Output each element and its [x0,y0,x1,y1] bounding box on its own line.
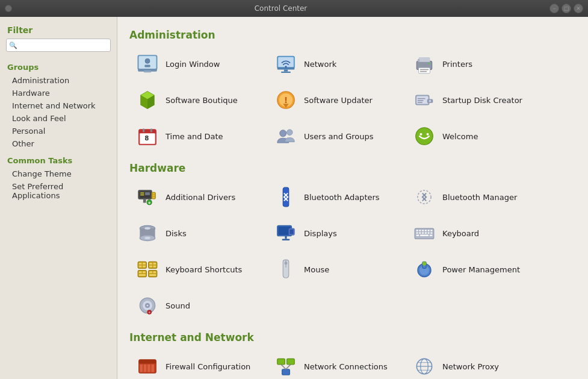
search-input[interactable] [6,39,111,52]
svg-rect-98 [153,271,156,273]
welcome-label: Welcome [442,132,478,141]
sidebar-task-change-theme[interactable]: Change Theme [0,168,117,180]
svg-point-109 [146,304,148,306]
minimize-button[interactable]: – [549,4,559,13]
grid-item-sound[interactable]: + Sound [129,289,268,322]
sidebar-item-administration[interactable]: Administration [0,74,117,87]
grid-item-additional-drivers[interactable]: + Additional Drivers [129,180,268,214]
svg-point-40 [427,133,429,136]
svg-point-54 [418,190,431,204]
svg-rect-116 [144,365,147,372]
svg-rect-88 [149,263,152,265]
svg-rect-73 [416,232,418,233]
svg-rect-89 [153,263,156,265]
grid-item-printers[interactable]: Printers [406,47,545,81]
svg-point-17 [428,63,430,64]
sidebar-item-look-and-feel[interactable]: Look and Feel [0,112,117,125]
bluetooth-manager-label: Bluetooth Manager [442,193,517,202]
sidebar-item-personal[interactable]: Personal [0,125,117,137]
svg-rect-117 [147,365,150,372]
svg-rect-45 [145,192,150,195]
grid-item-displays[interactable]: Displays [268,216,406,250]
grid-item-startup-disk-creator[interactable]: Startup Disk Creator [406,83,545,117]
time-and-date-label: Time and Date [166,132,223,141]
svg-rect-91 [153,266,156,268]
svg-point-36 [280,130,286,137]
login-window-label: Login Window [166,60,220,69]
svg-rect-69 [422,230,424,231]
svg-rect-28 [418,102,422,103]
grid-item-mouse[interactable]: Mouse [268,252,406,286]
section-title-hardware: Hardware [129,162,576,174]
svg-rect-99 [149,274,156,276]
search-container: 🔍 [6,39,111,52]
sidebar-item-other[interactable]: Other [0,137,117,150]
maximize-button[interactable]: □ [562,4,571,13]
svg-rect-10 [281,72,291,73]
grid-item-network-connections[interactable]: Network Connections [268,349,406,379]
power-management-icon [412,257,436,281]
keyboard-icon [412,221,436,245]
svg-point-4 [145,58,150,63]
grid-item-firewall[interactable]: Firewall Configuration [129,349,268,379]
svg-rect-27 [418,100,424,101]
grid-item-network[interactable]: Network [268,47,406,81]
grid-item-keyboard-shortcuts[interactable]: Keyboard Shortcuts [129,252,268,286]
grid-item-time-and-date[interactable]: 8 Time and Date [129,119,268,153]
svg-rect-13 [419,57,430,62]
grid-item-users-and-groups[interactable]: Users and Groups [268,119,406,153]
sidebar-task-set-preferred-applications[interactable]: Set PreferredApplications [0,180,117,202]
sound-label: Sound [166,301,190,310]
grid-item-welcome[interactable]: Welcome [406,119,545,153]
startup-disk-creator-icon [412,88,436,112]
svg-rect-47 [153,193,155,195]
grid-item-bluetooth-adapters[interactable]: Bluetooth Adapters [268,180,406,214]
printers-icon [412,52,436,76]
grid-item-software-updater[interactable]: ! Software Updater [268,83,406,117]
svg-rect-80 [420,234,429,236]
sidebar-item-internet-and-network[interactable]: Internet and Network [0,99,117,112]
svg-rect-101 [285,262,288,265]
svg-rect-26 [418,98,426,99]
svg-rect-71 [428,230,430,231]
svg-rect-93 [139,271,142,273]
software-boutique-icon [135,88,159,112]
titlebar-title: Control Center [16,4,546,13]
sidebar-item-hardware[interactable]: Hardware [0,87,117,99]
keyboard-shortcuts-label: Keyboard Shortcuts [166,265,242,274]
svg-rect-94 [143,271,146,273]
groups-label: Groups [0,58,117,74]
svg-rect-119 [277,359,285,365]
svg-rect-95 [139,274,146,276]
mouse-label: Mouse [304,265,329,274]
grid-item-disks[interactable]: Disks [129,216,268,250]
svg-rect-115 [140,365,143,372]
grid-item-login-window[interactable]: Login Window [129,47,268,81]
titlebar: Control Center – □ ✕ [0,0,588,17]
internet-grid: Firewall Configuration Network Connectio… [129,349,576,379]
titlebar-dot [5,5,12,12]
software-updater-icon: ! [274,88,298,112]
grid-item-software-boutique[interactable]: Software Boutique [129,83,268,117]
grid-item-network-proxy[interactable]: Network Proxy [406,349,545,379]
svg-point-38 [416,128,433,145]
close-button[interactable]: ✕ [574,4,583,13]
svg-rect-76 [425,232,427,233]
grid-item-power-management[interactable]: Power Management [406,252,545,286]
common-tasks-label: Common Tasks [0,150,117,168]
svg-rect-118 [151,365,154,372]
svg-rect-43 [140,192,144,193]
software-boutique-label: Software Boutique [166,96,238,105]
filter-label: Filter [0,23,117,39]
sidebar: Filter 🔍 Groups Administration Hardware … [0,17,117,379]
svg-rect-84 [143,263,146,265]
network-connections-label: Network Connections [304,362,388,371]
svg-point-58 [144,237,150,239]
svg-line-122 [281,365,286,369]
svg-rect-77 [428,232,430,233]
svg-rect-114 [139,362,156,363]
grid-item-keyboard[interactable]: Keyboard [406,216,545,250]
grid-item-bluetooth-manager[interactable]: Bluetooth Manager [406,180,545,214]
welcome-icon [412,124,436,148]
disks-icon [135,221,159,245]
